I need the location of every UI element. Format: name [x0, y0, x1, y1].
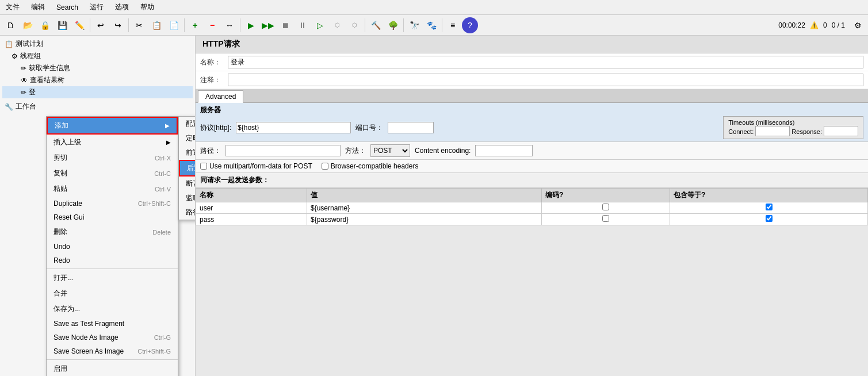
- remote-stop-button[interactable]: ⬡: [329, 17, 345, 33]
- ctx-redo[interactable]: Redo: [47, 254, 178, 267]
- ctx-paste[interactable]: 粘贴 Ctrl-V: [47, 181, 178, 197]
- submenu-preprocessor[interactable]: 前置处理器▶: [179, 145, 196, 160]
- ctx-label: Save Screen As Image: [53, 347, 124, 355]
- tree-label: 测试计划: [16, 39, 43, 49]
- remote-exit-button[interactable]: ⬡: [346, 17, 362, 33]
- multipart-checkbox[interactable]: [200, 163, 207, 170]
- tree-item-thread-group[interactable]: ⚙ 线程组: [2, 50, 193, 62]
- ctx-save-screen-img[interactable]: Save Screen As Image Ctrl+Shift-G: [47, 344, 178, 358]
- menu-search[interactable]: Search: [53, 2, 82, 13]
- ctx-save-node-img[interactable]: Save Node As Image Ctrl-G: [47, 331, 178, 344]
- browser-headers-label-container: Browser-compatible headers: [322, 162, 419, 170]
- ctx-insert-parent[interactable]: 插入上级 ▶: [47, 135, 178, 150]
- protocol-input[interactable]: [236, 122, 351, 133]
- ctx-divider: [47, 268, 178, 269]
- copy-button[interactable]: 📋: [148, 17, 165, 33]
- include-checkbox-2[interactable]: [766, 215, 773, 222]
- response-input[interactable]: [824, 126, 858, 136]
- path-input[interactable]: [225, 145, 341, 156]
- ctx-copy[interactable]: 复制 Ctrl-C: [47, 166, 178, 181]
- paste-button[interactable]: 📄: [166, 17, 182, 33]
- stop-button[interactable]: ⏹: [277, 17, 293, 33]
- encode-checkbox-1[interactable]: [602, 204, 609, 210]
- remove-button[interactable]: −: [204, 17, 220, 33]
- submenu-listener[interactable]: 监听器▶: [179, 191, 196, 205]
- edit-button[interactable]: ✏️: [71, 17, 87, 33]
- help-button[interactable]: ?: [462, 17, 478, 33]
- open-button[interactable]: 📂: [20, 17, 36, 33]
- comment-input[interactable]: [228, 74, 863, 86]
- save-button[interactable]: 💾: [54, 17, 70, 33]
- undo-button[interactable]: ↩: [93, 17, 109, 33]
- shutdown-button[interactable]: ⏸: [295, 17, 311, 33]
- port-input[interactable]: [388, 122, 434, 133]
- include-checkbox-1[interactable]: [766, 204, 773, 210]
- ctx-duplicate[interactable]: Duplicate Ctrl+Shift-C: [47, 197, 178, 210]
- ctx-label: Save Node As Image: [53, 333, 118, 342]
- menu-run[interactable]: 运行: [86, 1, 107, 13]
- cut-button[interactable]: ✂: [131, 17, 147, 33]
- menu-bar: 文件 编辑 Search 运行 选项 帮助: [0, 0, 868, 15]
- browse-button[interactable]: 🔭: [406, 17, 422, 33]
- ctx-delete[interactable]: 删除 Delete: [47, 224, 178, 240]
- ctx-label: 复制: [53, 168, 67, 178]
- ctx-add[interactable]: 添加 ▶: [47, 117, 178, 135]
- connect-label: Connect:: [728, 128, 754, 135]
- tree-item-test-plan[interactable]: 📋 测试计划: [2, 38, 193, 50]
- search-button[interactable]: 🐾: [423, 17, 439, 33]
- menu-help[interactable]: 帮助: [137, 1, 158, 13]
- tree-item-login[interactable]: ✏ 登: [2, 86, 193, 98]
- submenu-timer[interactable]: 定时器▶: [179, 131, 196, 145]
- start-button[interactable]: ▶: [243, 17, 259, 33]
- ctx-label: 保存为...: [53, 304, 80, 314]
- new-button[interactable]: 🗋: [2, 17, 18, 33]
- ctx-label: 合并: [53, 289, 67, 298]
- connect-input[interactable]: [755, 126, 790, 136]
- table-row: user ${username}: [196, 202, 868, 214]
- pencil-icon: ✏: [21, 64, 26, 72]
- tree-item-get-student[interactable]: ✏ 获取学生信息: [2, 62, 193, 74]
- col-value: 值: [307, 189, 542, 202]
- ctx-merge[interactable]: 合并: [47, 286, 178, 301]
- menu-file[interactable]: 文件: [2, 1, 23, 13]
- ctx-undo[interactable]: Undo: [47, 240, 178, 254]
- submenu-assertion[interactable]: 断言▶: [179, 177, 196, 191]
- browser-headers-checkbox[interactable]: [322, 163, 328, 170]
- method-select[interactable]: POST GET PUT DELETE: [370, 144, 410, 157]
- tree-workbench[interactable]: 🔧 工作台: [2, 101, 193, 113]
- submenu-postprocessor[interactable]: 后置处理器▶: [179, 160, 196, 177]
- start-no-pause-button[interactable]: ▶▶: [260, 17, 276, 33]
- name-input[interactable]: [228, 56, 863, 68]
- menu-edit[interactable]: 编辑: [28, 1, 48, 13]
- ctx-label: Reset Gui: [53, 213, 84, 221]
- gear-icon: ⚙: [12, 52, 18, 60]
- ctx-open[interactable]: 打开...: [47, 270, 178, 286]
- settings-button[interactable]: ⚙: [850, 17, 866, 33]
- encode-checkbox-2[interactable]: [602, 215, 609, 222]
- lock-button[interactable]: 🔒: [37, 17, 53, 33]
- ctx-save-as-fragment[interactable]: Save as Test Fragment: [47, 317, 178, 331]
- ctx-label: 打开...: [53, 273, 73, 283]
- tree-item-view-result[interactable]: 👁 查看结果树: [2, 74, 193, 86]
- warning-count: 0: [823, 21, 827, 29]
- clear-all-button[interactable]: 🌳: [385, 17, 401, 33]
- menu-options[interactable]: 选项: [112, 1, 132, 13]
- clear-button[interactable]: 🔨: [368, 17, 384, 33]
- ctx-enable[interactable]: 启用: [47, 361, 178, 376]
- ctx-reset-gui[interactable]: Reset Gui: [47, 210, 178, 224]
- redo-button[interactable]: ↪: [110, 17, 126, 33]
- tree-label: 查看结果树: [30, 75, 64, 85]
- remote-start-button[interactable]: ▷: [312, 17, 328, 33]
- tree-label: 获取学生信息: [29, 63, 70, 73]
- submenu-path[interactable]: 路径▶: [179, 205, 196, 220]
- list-button[interactable]: ≡: [445, 17, 461, 33]
- tab-advanced[interactable]: Advanced: [198, 90, 243, 103]
- submenu-arrow: ▶: [166, 139, 171, 145]
- move-button[interactable]: ↔: [221, 17, 238, 33]
- port-label: 端口号：: [355, 123, 383, 133]
- submenu-config[interactable]: 配置元件▶: [179, 117, 196, 131]
- add-button[interactable]: +: [187, 17, 203, 33]
- ctx-cut[interactable]: 剪切 Ctrl-X: [47, 150, 178, 166]
- ctx-save-as[interactable]: 保存为...: [47, 301, 178, 317]
- encoding-input[interactable]: [475, 145, 533, 156]
